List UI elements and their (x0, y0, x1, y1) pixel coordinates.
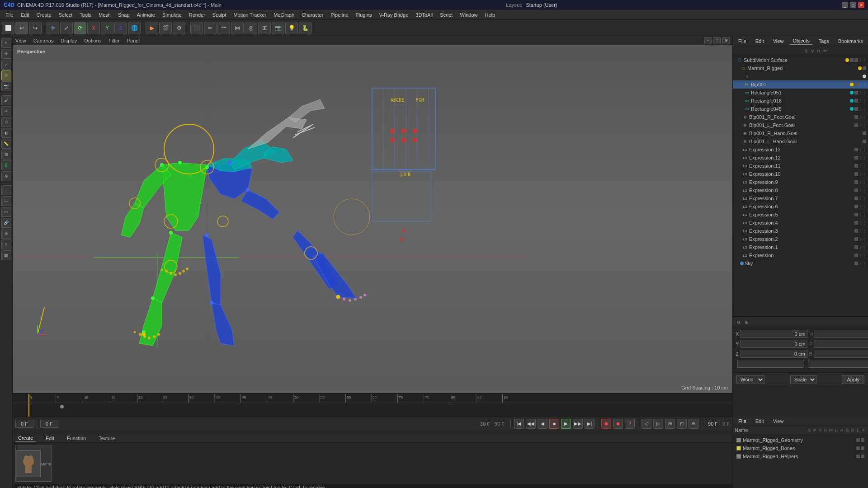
sg-dots-bip001[interactable]: ⋮⋮ (859, 83, 866, 87)
sg-item-null[interactable]: ○ (733, 72, 868, 80)
toolbar-render-view[interactable]: ▶ (146, 22, 158, 34)
apply-button[interactable]: Apply (842, 375, 864, 384)
tool-point-mode[interactable]: · (1, 185, 11, 195)
sg-item-expr12[interactable]: LΩExpression.12⋮⋮ (733, 154, 868, 162)
tool-align[interactable]: ≡ (1, 239, 11, 249)
tool-scale[interactable]: ⤢ (1, 60, 11, 70)
tool-poly-mode[interactable]: ▭ (1, 207, 11, 217)
close-button[interactable]: × (858, 2, 864, 8)
tool-paint[interactable]: 🖌 (1, 95, 11, 105)
sg-item-rect051[interactable]: ▭ Rectangle051 ⋮⋮ (733, 89, 868, 97)
current-frame-input[interactable] (15, 420, 33, 428)
tool-select[interactable]: ↖ (1, 38, 11, 48)
toolbar-undo[interactable]: ↩ (15, 22, 28, 34)
transport-auto-record[interactable]: ⏺ (613, 419, 623, 429)
transport-to-end[interactable]: ▶| (585, 419, 594, 429)
menu-file[interactable]: File (2, 10, 17, 20)
scene-tab-bookmarks[interactable]: Bookmarks (835, 38, 866, 45)
viewport-menu-filter[interactable]: Filter (108, 38, 119, 43)
transport-play-back[interactable]: ◀ (538, 419, 547, 429)
toolbar-python[interactable]: 🐍 (299, 22, 311, 34)
transport-record-settings[interactable]: ? (625, 419, 635, 429)
coord-world-dropdown[interactable]: World Object Local (736, 375, 764, 384)
toolbar-world[interactable]: 🌐 (128, 22, 141, 34)
tool-snap[interactable]: 🔗 (1, 218, 11, 228)
tab-function[interactable]: Function (64, 435, 89, 442)
sg-item-expr8[interactable]: LΩExpression.8⋮⋮ (733, 186, 868, 194)
toolbar-z-axis[interactable]: Z (114, 22, 127, 34)
window-controls[interactable]: _ □ × (842, 2, 864, 8)
toolbar-nurbs[interactable]: ◎ (245, 22, 257, 34)
toolbar-rotate[interactable]: ⟳ (74, 22, 86, 34)
sg-item-marmot[interactable]: ◇ Marmot_Rigged (733, 64, 868, 72)
coord-sx-input[interactable] (737, 360, 804, 368)
toolbar-render-all[interactable]: 🎬 (159, 22, 172, 34)
menu-window[interactable]: Window (456, 10, 481, 20)
transport-ik-fk[interactable]: ⊛ (689, 419, 698, 429)
sg-item-r-hand[interactable]: ⊕ Bip001_R_Hand.Goal (733, 129, 868, 137)
sg-dots-l-foot[interactable]: ⋮⋮ (859, 123, 866, 127)
menu-vray[interactable]: V-Ray Bridge (376, 10, 412, 20)
tool-knife[interactable]: ✂ (1, 106, 11, 116)
sg-item-expr2[interactable]: LΩExpression.2⋮⋮ (733, 235, 868, 243)
scene-tab-edit[interactable]: Edit (753, 38, 767, 45)
tool-rig[interactable]: ⊗ (1, 171, 11, 181)
menu-animate[interactable]: Animate (133, 10, 159, 20)
tool-group[interactable]: ▦ (1, 250, 11, 260)
menu-mograph[interactable]: MoGraph (270, 10, 298, 20)
coord-x-input[interactable] (741, 330, 807, 338)
toolbar-redo[interactable]: ↪ (29, 22, 42, 34)
viewport-menu-panel[interactable]: Panel (127, 38, 140, 43)
coord-h-input[interactable] (814, 330, 868, 338)
transport-to-start[interactable]: |◀ (514, 419, 524, 429)
sg-dots-subdiv[interactable]: ⋮⋮ (859, 58, 866, 62)
sg-dots-rect045[interactable]: ⋮⋮ (859, 107, 866, 111)
viewport-menu-view[interactable]: View (15, 38, 26, 43)
toolbar-cube[interactable]: ⬛ (190, 22, 203, 34)
menu-pipeline[interactable]: Pipeline (327, 10, 352, 20)
tool-move[interactable]: ✛ (1, 49, 11, 59)
sg-item-expr4[interactable]: LΩExpression.4⋮⋮ (733, 219, 868, 227)
sg-item-expr6[interactable]: LΩExpression.6⋮⋮ (733, 202, 868, 211)
maximize-button[interactable]: □ (850, 2, 856, 8)
viewport-menu-cameras[interactable]: Cameras (33, 38, 54, 43)
viewport-3d[interactable]: Perspective (13, 45, 732, 393)
frame-start-input[interactable] (40, 420, 58, 428)
sg-item-expr10[interactable]: LΩExpression.10⋮⋮ (733, 170, 868, 178)
sg-item-l-foot[interactable]: ⊕ Bip001_L_Foot.Goal ⋮⋮ (733, 121, 868, 129)
menu-sculpt[interactable]: Sculpt (209, 10, 230, 20)
transport-key-sel[interactable]: ⊡ (677, 419, 687, 429)
timeline-tracks[interactable] (13, 403, 732, 417)
sg-item-subdivision[interactable]: ⬡ Subdivision Surface ⋮⋮ (733, 56, 868, 64)
sg-item-expr9[interactable]: LΩExpression.9⋮⋮ (733, 178, 868, 186)
tab-edit[interactable]: Edit (43, 435, 57, 442)
sg-item-rect045[interactable]: ▭ Rectangle045 ⋮⋮ (733, 105, 868, 113)
transport-key-right[interactable]: ▷ (653, 419, 663, 429)
tool-magnet[interactable]: ⊙ (1, 117, 11, 127)
sg-item-l-hand[interactable]: ⊕ Bip001_L_Hand.Goal (733, 137, 868, 145)
transport-play[interactable]: ▶ (561, 419, 571, 429)
sg-item-r-foot[interactable]: ⊕ Bip001_R_Foot.Goal ⋮⋮ (733, 113, 868, 121)
menu-simulate[interactable]: Simulate (159, 10, 185, 20)
sg-item-expr13[interactable]: LΩExpression.13⋮⋮ (733, 145, 868, 154)
tab-texture[interactable]: Texture (96, 435, 118, 442)
playhead[interactable] (28, 394, 29, 403)
menu-plugins[interactable]: Plugins (352, 10, 375, 20)
coord-btn1[interactable]: ⚙ (735, 318, 743, 326)
file-item-geometry[interactable]: Marmot_Rigged_Geometry (735, 436, 866, 444)
toolbar-camera[interactable]: 📷 (272, 22, 284, 34)
menu-select[interactable]: Select (55, 10, 76, 20)
sg-item-bip001[interactable]: ⊢ Bip001 ⋮⋮ (733, 80, 868, 89)
menu-3dtoall[interactable]: 3DToAll (412, 10, 436, 20)
scene-tab-objects[interactable]: Objects (790, 37, 812, 45)
coord-b-input[interactable] (814, 350, 868, 358)
viewport-toggle-3[interactable]: ⊞ (722, 37, 730, 44)
viewport-toggle-1[interactable]: + (704, 37, 712, 44)
tool-guides[interactable]: ⊞ (1, 150, 11, 160)
file-item-bones[interactable]: Marmot_Rigged_Bones (735, 444, 866, 452)
coord-z-input[interactable] (741, 350, 807, 358)
menu-mesh[interactable]: Mesh (95, 10, 114, 20)
scene-tab-view[interactable]: View (770, 38, 787, 45)
toolbar-spline[interactable]: 〜 (217, 22, 230, 34)
toolbar-light[interactable]: 💡 (285, 22, 298, 34)
